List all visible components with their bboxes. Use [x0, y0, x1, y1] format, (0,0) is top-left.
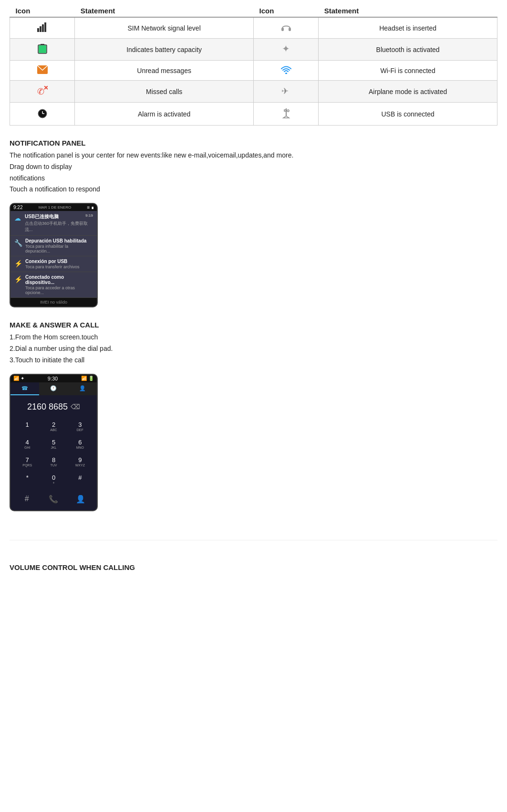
dial-key[interactable]: 0+: [41, 471, 66, 488]
notif-title: Conexión por USB: [25, 259, 93, 264]
icon1-cell: ✆: [10, 81, 75, 103]
notification-item[interactable]: 🔧 Depuración USB habilitada Toca para in…: [10, 236, 97, 256]
call-step: 2.Dial a number using the dial pad.: [10, 343, 497, 355]
notification-item[interactable]: ☁ USB已连接电脑9:19 点击启动360手机助手，免费获取流...: [10, 211, 97, 236]
dial-status-bar: 📶 ✦ 9:30 📶 🔋: [10, 375, 97, 382]
col-header-icon1: Icon: [10, 5, 75, 17]
call-step: 1.From the Hom screen.touch: [10, 332, 497, 343]
stmt2-cell: Bluetooth is activated: [319, 39, 497, 61]
notif-sub: 点击启动360手机助手，免费获取流...: [25, 221, 93, 233]
dial-tab-phone[interactable]: ☎: [10, 382, 39, 395]
icon2-cell: ✈: [253, 81, 318, 103]
volume-control-section: VOLUME CONTROL WHEN CALLING: [10, 540, 497, 571]
dial-tab-contacts[interactable]: 👤: [68, 382, 97, 395]
icon1-cell: [10, 103, 75, 126]
notification-panel-body: The notification panel is your center fo…: [10, 150, 497, 195]
stmt2-cell: Airplane mode is activated: [319, 81, 497, 103]
dial-actions: # 📞 👤: [10, 490, 97, 510]
stmt1-cell: SIM Network signal level: [75, 17, 254, 39]
notif-text: Conectado como dispositivo... Toca para …: [25, 274, 93, 295]
icon1-cell: [10, 39, 75, 61]
notif-sub: Toca para inhabilitar la depuración...: [25, 244, 93, 253]
phone-status-icons: ≡ ∎: [87, 205, 94, 210]
stmt1-cell: Missed calls: [75, 81, 254, 103]
svg-point-22: [287, 110, 289, 112]
icon1-cell: [10, 17, 75, 39]
col-header-stmt1: Statement: [75, 5, 254, 17]
notification-panel-section: NOTIFICATION PANEL The notification pane…: [10, 139, 497, 307]
dial-key[interactable]: 1: [14, 418, 40, 435]
dial-key[interactable]: 5JKL: [41, 435, 66, 453]
dial-call-button[interactable]: 📞: [41, 492, 66, 506]
notif-icon: ☁: [14, 214, 22, 222]
dial-phone-mock: 📶 ✦ 9:30 📶 🔋 ☎ 🕐 👤 2160 8685 ⌫ 12ABC3DEF…: [10, 374, 98, 511]
notif-icon: 🔧: [14, 239, 22, 247]
svg-text:✆: ✆: [37, 87, 44, 95]
notif-icon: ⚡: [14, 260, 22, 267]
dial-key[interactable]: 6MNO: [67, 435, 93, 453]
svg-rect-21: [284, 110, 286, 111]
dial-key[interactable]: 2ABC: [41, 418, 66, 435]
table-row: ✆ Missed calls ✈ Airplane mode is activa…: [10, 81, 497, 103]
stmt1-cell: Unread messages: [75, 61, 254, 81]
dial-key[interactable]: 8TUV: [41, 453, 66, 470]
phone-status-bar: 9:22 MAR 1 DE ENERO ≡ ∎: [10, 204, 97, 211]
svg-rect-8: [39, 45, 46, 53]
notif-sub: Toca para acceder a otras opcione...: [25, 285, 93, 295]
dial-key[interactable]: 4GHI: [14, 435, 40, 453]
make-call-title: MAKE & ANSWER A CALL: [10, 321, 497, 329]
notif-title: Conectado como dispositivo...: [25, 274, 93, 285]
stmt2-cell: USB is connected: [319, 103, 497, 126]
dial-action-contacts[interactable]: 👤: [68, 492, 93, 506]
notification-phone-mock: 9:22 MAR 1 DE ENERO ≡ ∎ ☁ USB已连接电脑9:19 点…: [10, 203, 98, 307]
stmt1-cell: Indicates battery capacity: [75, 39, 254, 61]
notification-area: ☁ USB已连接电脑9:19 点击启动360手机助手，免费获取流... 🔧 De…: [10, 211, 97, 298]
phone-date: MAR 1 DE ENERO: [39, 205, 71, 210]
make-call-section: MAKE & ANSWER A CALL 1.From the Hom scre…: [10, 321, 497, 511]
stmt2-cell: Wi-Fi is connected: [319, 61, 497, 81]
phone-time: 9:22: [13, 205, 22, 210]
svg-rect-0: [37, 28, 39, 32]
svg-rect-5: [289, 28, 291, 31]
dial-tabs: ☎ 🕐 👤: [10, 382, 97, 395]
svg-text:✦: ✦: [282, 43, 290, 54]
notif-icon: ⚡: [14, 275, 22, 283]
stmt1-cell: Alarm is activated: [75, 103, 254, 126]
notif-text: Conexión por USB Toca para transferir ar…: [25, 259, 93, 269]
dial-icons-right: 📶 🔋: [81, 376, 94, 381]
icon2-cell: [253, 17, 318, 39]
svg-rect-7: [41, 44, 44, 45]
dial-key[interactable]: 7PQRS: [14, 453, 40, 470]
col-header-stmt2: Statement: [319, 5, 497, 17]
svg-point-11: [285, 73, 287, 74]
icon2-cell: [253, 61, 318, 81]
dial-number-display: 2160 8685 ⌫: [10, 395, 97, 416]
icon2-cell: ✦: [253, 39, 318, 61]
notification-panel-title: NOTIFICATION PANEL: [10, 139, 497, 147]
dial-key[interactable]: *: [14, 471, 40, 488]
icon2-cell: [253, 103, 318, 126]
volume-control-title: VOLUME CONTROL WHEN CALLING: [10, 563, 497, 571]
col-header-icon2: Icon: [253, 5, 318, 17]
notification-item[interactable]: ⚡ Conexión por USB Toca para transferir …: [10, 256, 97, 272]
table-row: SIM Network signal level Headset is inse…: [10, 17, 497, 39]
svg-rect-4: [281, 28, 284, 31]
status-icons-table: Icon Statement Icon Statement SIM Networ…: [10, 5, 497, 126]
dial-tab-recent[interactable]: 🕐: [39, 382, 68, 395]
dial-key[interactable]: 9WXYZ: [67, 453, 93, 470]
dial-backspace-icon[interactable]: ⌫: [71, 403, 80, 411]
dial-time: 9:30: [48, 376, 58, 381]
notif-text: USB已连接电脑9:19 点击启动360手机助手，免费获取流...: [25, 213, 93, 233]
dial-key[interactable]: #: [67, 471, 93, 488]
table-row: Indicates battery capacity ✦ Bluetooth i…: [10, 39, 497, 61]
dial-key[interactable]: 3DEF: [67, 418, 93, 435]
table-row: Alarm is activated USB is connected: [10, 103, 497, 126]
stmt2-cell: Headset is inserted: [319, 17, 497, 39]
dial-action-hash[interactable]: #: [14, 492, 39, 506]
phone-bottom-bar: IMEI no válido: [10, 298, 97, 306]
dial-icons-left: 📶 ✦: [13, 376, 24, 381]
svg-rect-1: [40, 26, 41, 32]
make-call-body: 1.From the Hom screen.touch2.Dial a numb…: [10, 332, 497, 366]
notif-title: Depuración USB habilitada: [25, 238, 93, 243]
notification-item[interactable]: ⚡ Conectado como dispositivo... Toca par…: [10, 272, 97, 298]
